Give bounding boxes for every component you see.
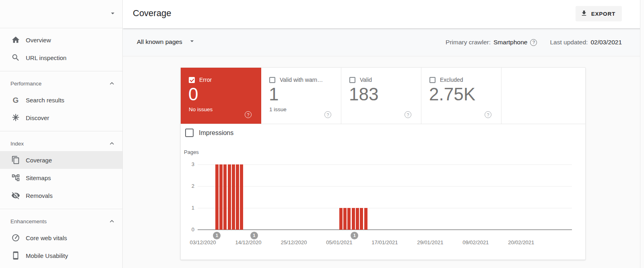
status-card-valid-with-warnings[interactable]: Valid with warnings11 issue? bbox=[261, 68, 341, 124]
error-bar bbox=[352, 208, 355, 230]
sidebar-section-performance[interactable]: Performance bbox=[0, 76, 122, 91]
sidebar-item-mobile-usability[interactable]: Mobile Usability bbox=[0, 247, 122, 264]
export-button[interactable]: EXPORT bbox=[576, 6, 622, 21]
chevron-down-icon bbox=[109, 9, 117, 19]
x-axis-label: 03/12/2020 bbox=[190, 239, 216, 245]
crawl-info: Primary crawler: Smartphone ? Last updat… bbox=[446, 28, 622, 56]
google-g-icon: G bbox=[11, 95, 21, 105]
phone-icon bbox=[11, 251, 21, 260]
impressions-toggle[interactable]: Impressions bbox=[185, 129, 233, 137]
page-scope-value: All known pages bbox=[137, 38, 182, 46]
last-updated-value: 02/03/2021 bbox=[590, 39, 622, 46]
sidebar-item-removals[interactable]: Removals bbox=[0, 187, 122, 204]
sidebar-item-overview[interactable]: Overview bbox=[0, 31, 122, 49]
coverage-panel: Error0No issues?Valid with warnings11 is… bbox=[180, 67, 586, 260]
page-header: Coverage EXPORT bbox=[123, 0, 644, 28]
status-card-error[interactable]: Error0No issues? bbox=[181, 68, 261, 124]
gauge-icon bbox=[11, 233, 21, 243]
card-label: Valid bbox=[360, 77, 372, 83]
error-bar bbox=[364, 208, 367, 230]
vertical-scrollbar[interactable] bbox=[640, 0, 644, 268]
sidebar-divider bbox=[0, 209, 122, 209]
x-axis-label: 05/01/2021 bbox=[326, 239, 352, 245]
sidebar-item-label: Core web vitals bbox=[26, 235, 67, 241]
y-axis-tick-label: 2 bbox=[181, 183, 194, 189]
card-value: 183 bbox=[349, 85, 378, 103]
property-selector[interactable] bbox=[0, 0, 122, 28]
sidebar-item-label: Sitemaps bbox=[26, 175, 51, 181]
y-axis-tick-label: 0 bbox=[181, 226, 194, 233]
help-icon[interactable]: ? bbox=[530, 39, 537, 46]
section-label: Performance bbox=[10, 81, 41, 87]
chevron-up-icon bbox=[108, 139, 116, 149]
page-scope-dropdown[interactable]: All known pages bbox=[137, 37, 196, 47]
card-label: Valid with warnings bbox=[280, 77, 324, 83]
sidebar-item-coverage[interactable]: Coverage bbox=[0, 151, 122, 169]
sidebar-divider bbox=[0, 71, 122, 71]
help-icon[interactable]: ? bbox=[324, 111, 331, 118]
sidebar-item-core-web-vitals[interactable]: Core web vitals bbox=[0, 229, 122, 247]
x-axis-label: 14/12/2020 bbox=[235, 239, 261, 245]
sidebar-item-label: Coverage bbox=[26, 157, 52, 164]
sidebar-item-search-results[interactable]: GSearch results bbox=[0, 91, 122, 109]
error-bar bbox=[343, 208, 347, 230]
discover-icon bbox=[11, 113, 21, 123]
cards-row-filler bbox=[502, 68, 585, 124]
x-axis-label: 29/01/2021 bbox=[417, 239, 443, 245]
section-label: Enhancements bbox=[10, 218, 47, 224]
y-axis-tick-label: 1 bbox=[181, 205, 194, 211]
error-bar bbox=[215, 164, 219, 230]
annotation-marker[interactable]: 1 bbox=[351, 232, 358, 239]
sidebar-item-label: Overview bbox=[26, 37, 51, 44]
status-card-valid[interactable]: Valid183? bbox=[341, 68, 421, 124]
impressions-label: Impressions bbox=[199, 129, 233, 137]
status-card-excluded[interactable]: Excluded2.75K? bbox=[421, 68, 502, 124]
error-bar bbox=[347, 208, 351, 230]
x-axis-line bbox=[198, 229, 572, 230]
chevron-up-icon bbox=[108, 217, 116, 226]
error-bar bbox=[228, 164, 231, 230]
annotation-marker[interactable]: 1 bbox=[250, 232, 258, 239]
valid-with-warnings-checkbox[interactable] bbox=[269, 77, 275, 83]
sidebar-item-label: Mobile Usability bbox=[26, 252, 68, 259]
chevron-up-icon bbox=[108, 79, 116, 89]
sidebar-item-label: Removals bbox=[26, 192, 53, 199]
card-label: Excluded bbox=[440, 77, 463, 83]
help-icon[interactable]: ? bbox=[485, 111, 491, 118]
error-bar bbox=[219, 164, 223, 230]
card-label: Error bbox=[199, 77, 212, 83]
chevron-down-icon bbox=[188, 37, 196, 47]
primary-crawler-label: Primary crawler: bbox=[446, 39, 491, 46]
gridline bbox=[198, 186, 572, 187]
x-axis-label: 09/02/2021 bbox=[462, 239, 489, 245]
sidebar-item-url-inspection[interactable]: URL inspection bbox=[0, 49, 122, 66]
export-button-label: EXPORT bbox=[591, 11, 615, 17]
card-value: 1 bbox=[269, 85, 279, 103]
x-axis-label: 25/12/2020 bbox=[281, 239, 307, 245]
excluded-checkbox[interactable] bbox=[429, 77, 436, 83]
error-checkbox[interactable] bbox=[189, 77, 195, 83]
page-title: Coverage bbox=[133, 8, 171, 19]
annotation-marker[interactable]: 1 bbox=[213, 232, 221, 239]
error-bar bbox=[356, 208, 359, 230]
impressions-checkbox[interactable] bbox=[185, 129, 194, 137]
help-icon[interactable]: ? bbox=[405, 111, 411, 118]
sidebar-item-discover[interactable]: Discover bbox=[0, 109, 122, 127]
card-subtext: 1 issue bbox=[269, 106, 287, 112]
home-icon bbox=[11, 35, 21, 45]
error-bar bbox=[223, 164, 227, 230]
error-bar bbox=[232, 164, 235, 230]
sidebar-divider bbox=[0, 131, 122, 131]
card-subtext: No issues bbox=[189, 106, 213, 112]
last-updated-label: Last updated: bbox=[550, 39, 588, 46]
download-icon bbox=[580, 10, 588, 18]
sidebar-section-index[interactable]: Index bbox=[0, 136, 122, 151]
error-bar bbox=[339, 208, 343, 230]
y-axis-title: Pages bbox=[184, 149, 199, 155]
help-icon[interactable]: ? bbox=[245, 111, 252, 118]
valid-checkbox[interactable] bbox=[349, 77, 355, 83]
sidebar-section-enhancements[interactable]: Enhancements bbox=[0, 214, 122, 229]
sidebar: OverviewURL inspectionPerformanceGSearch… bbox=[0, 0, 123, 268]
search-icon bbox=[11, 53, 21, 62]
sidebar-item-sitemaps[interactable]: Sitemaps bbox=[0, 169, 122, 187]
